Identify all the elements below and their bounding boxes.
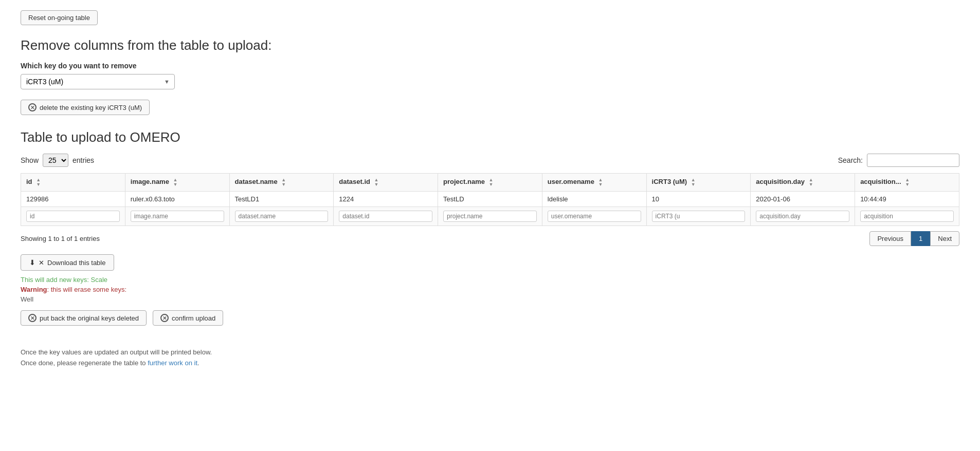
- filter-acquisition-time-cell: [855, 207, 959, 226]
- filter-acquisition-time-input[interactable]: [860, 211, 954, 222]
- filter-icrt3-input[interactable]: [652, 211, 746, 222]
- search-box: Search:: [838, 154, 959, 167]
- col-dataset-id[interactable]: dataset.id ▲▼: [334, 174, 438, 192]
- show-label: Show: [21, 156, 39, 164]
- col-acquisition-time[interactable]: acquisition... ▲▼: [855, 174, 959, 192]
- delete-key-button[interactable]: ✕ delete the existing key iCRT3 (uM): [21, 100, 150, 115]
- col-project-name-label: project.name: [443, 178, 485, 185]
- sort-project-name[interactable]: ▲▼: [489, 178, 494, 187]
- filter-dataset-name-cell: [229, 207, 334, 226]
- cell-icrt3: 10: [646, 192, 751, 207]
- sort-dataset-id[interactable]: ▲▼: [374, 178, 379, 187]
- confirm-icon: ✕: [160, 314, 169, 322]
- sort-user-omename[interactable]: ▲▼: [598, 178, 603, 187]
- col-icrt3[interactable]: iCRT3 (uM) ▲▼: [646, 174, 751, 192]
- show-entries-select[interactable]: 25: [43, 154, 68, 167]
- col-user-omename-label: user.omename: [548, 178, 594, 185]
- cell-id: 129986: [21, 192, 125, 207]
- col-acquisition-day[interactable]: acquisition.day ▲▼: [751, 174, 855, 192]
- filter-image-name-input[interactable]: [131, 211, 224, 222]
- sort-image-name[interactable]: ▲▼: [173, 178, 178, 187]
- once-done-suffix: .: [197, 359, 199, 367]
- once-done-link[interactable]: further work on it: [148, 359, 197, 367]
- data-table: id ▲▼ image.name ▲▼ dataset.name ▲▼ data…: [21, 173, 959, 226]
- filter-id-input[interactable]: [26, 211, 120, 222]
- filter-user-omename-cell: [542, 207, 646, 226]
- col-icrt3-label: iCRT3 (uM): [652, 178, 687, 185]
- download-table-button[interactable]: ⬇ ✕ Download this table: [21, 254, 114, 271]
- col-id-label: id: [26, 178, 32, 185]
- col-dataset-name[interactable]: dataset.name ▲▼: [229, 174, 334, 192]
- col-user-omename[interactable]: user.omename ▲▼: [542, 174, 646, 192]
- warning-label: Warning: [21, 286, 47, 293]
- cell-dataset-name: TestLD1: [229, 192, 334, 207]
- sort-dataset-name[interactable]: ▲▼: [281, 178, 286, 187]
- filter-dataset-name-input[interactable]: [235, 211, 329, 222]
- cell-dataset-id: 1224: [334, 192, 438, 207]
- col-acquisition-day-label: acquisition.day: [756, 178, 805, 185]
- filter-row: [21, 207, 959, 226]
- reset-table-button[interactable]: Reset on-going table: [21, 10, 98, 25]
- cell-acquisition-day: 2020-01-06: [751, 192, 855, 207]
- table-footer: Showing 1 to 1 of 1 entries Previous 1 N…: [21, 231, 959, 246]
- delete-icon: ✕: [28, 103, 37, 111]
- new-keys-text: This will add new keys: Scale: [21, 276, 959, 284]
- download-label: Download this table: [47, 259, 105, 267]
- col-project-name[interactable]: project.name ▲▼: [438, 174, 542, 192]
- col-image-name[interactable]: image.name ▲▼: [125, 174, 229, 192]
- previous-button[interactable]: Previous: [869, 231, 911, 246]
- showing-text: Showing 1 to 1 of 1 entries: [21, 235, 100, 242]
- filter-icrt3-cell: [646, 207, 751, 226]
- next-button[interactable]: Next: [930, 231, 959, 246]
- filter-id-cell: [21, 207, 125, 226]
- cell-acquisition-time: 10:44:49: [855, 192, 959, 207]
- sort-acquisition-day[interactable]: ▲▼: [809, 178, 813, 187]
- show-entries-control: Show 25 entries: [21, 154, 94, 167]
- pagination: Previous 1 Next: [869, 231, 959, 246]
- page-1-button[interactable]: 1: [911, 231, 930, 246]
- well-text: Well: [21, 295, 959, 303]
- cell-user-omename: ldelisle: [542, 192, 646, 207]
- once-done-prefix: Once done, please regenerate the table t…: [21, 359, 148, 367]
- filter-image-name-cell: [125, 207, 229, 226]
- upload-section-heading: Table to upload to OMERO: [21, 129, 959, 145]
- table-row: 129986 ruler.x0.63.toto TestLD1 1224 Tes…: [21, 192, 959, 207]
- cell-project-name: TestLD: [438, 192, 542, 207]
- entries-label: entries: [72, 156, 94, 164]
- confirm-upload-button[interactable]: ✕ confirm upload: [153, 310, 223, 326]
- remove-columns-heading: Remove columns from the table to upload:: [21, 37, 959, 53]
- put-back-icon: ✕: [28, 314, 37, 322]
- filter-project-name-input[interactable]: [443, 211, 537, 222]
- sort-id[interactable]: ▲▼: [36, 178, 41, 187]
- put-back-button[interactable]: ✕ put back the original keys deleted: [21, 310, 147, 326]
- filter-dataset-id-cell: [334, 207, 438, 226]
- cell-image-name: ruler.x0.63.toto: [125, 192, 229, 207]
- once-done-text: Once done, please regenerate the table t…: [21, 359, 959, 367]
- filter-user-omename-input[interactable]: [548, 211, 641, 222]
- col-dataset-name-label: dataset.name: [235, 178, 278, 185]
- filter-project-name-cell: [438, 207, 542, 226]
- filter-acquisition-day-input[interactable]: [756, 211, 849, 222]
- sort-acquisition-time[interactable]: ▲▼: [905, 178, 910, 187]
- search-label: Search:: [838, 156, 863, 164]
- filter-acquisition-day-cell: [751, 207, 855, 226]
- delete-key-label: delete the existing key iCRT3 (uM): [40, 104, 142, 111]
- col-id[interactable]: id ▲▼: [21, 174, 125, 192]
- col-image-name-label: image.name: [131, 178, 169, 185]
- key-select[interactable]: iCRT3 (uM): [21, 74, 175, 89]
- table-header-row: id ▲▼ image.name ▲▼ dataset.name ▲▼ data…: [21, 174, 959, 192]
- download-circle-icon: ✕: [39, 259, 44, 267]
- key-remove-label: Which key do you want to remove: [21, 62, 959, 70]
- sort-icrt3[interactable]: ▲▼: [691, 178, 696, 187]
- filter-dataset-id-input[interactable]: [339, 211, 432, 222]
- col-acquisition-time-label: acquisition...: [860, 178, 901, 185]
- col-dataset-id-label: dataset.id: [339, 178, 370, 185]
- warning-text: Warning: this will erase some keys:: [21, 286, 959, 293]
- put-back-label: put back the original keys deleted: [40, 314, 139, 322]
- warning-rest: : this will erase some keys:: [47, 286, 127, 293]
- search-input[interactable]: [867, 154, 959, 167]
- action-row: ✕ put back the original keys deleted ✕ c…: [21, 310, 959, 340]
- confirm-label: confirm upload: [172, 314, 215, 322]
- download-icon: ⬇: [29, 258, 35, 267]
- once-updated-text: Once the key values are updated an outpu…: [21, 348, 959, 356]
